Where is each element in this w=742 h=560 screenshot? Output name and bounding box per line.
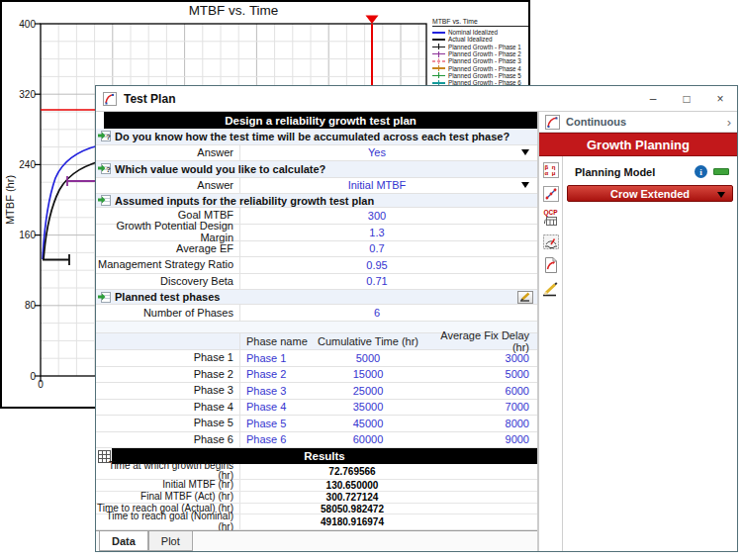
test-plan-datasheet: Design a reliability growth test plan ? … (96, 112, 537, 551)
fix-delay-cell[interactable]: 9000 (428, 433, 537, 445)
fix-delay-cell[interactable]: 5000 (428, 368, 537, 380)
input-value[interactable]: 0.95 (240, 259, 513, 271)
cumulative-time-cell[interactable]: 35000 (308, 401, 428, 413)
window-controls: – □ × (636, 86, 737, 111)
y-tick-label: 320 (2, 89, 36, 100)
sheet-tab[interactable]: Data (99, 531, 148, 551)
plot-icon (543, 186, 559, 202)
answer-value[interactable]: Initial MTBF (240, 179, 513, 191)
phase-row-label: Phase 6 (96, 432, 240, 448)
fix-delay-cell[interactable]: 6000 (428, 385, 537, 397)
dropdown-caret-icon (717, 192, 725, 198)
result-label: Final MTBF (Act) (hr) (96, 492, 240, 503)
legend-entry: Planned Growth - Phase 5 (432, 72, 528, 79)
answer-value[interactable]: Yes (240, 146, 513, 158)
result-row: Time at which growth begins (hr) 72.7695… (96, 464, 537, 480)
cumulative-time-cell[interactable]: 45000 (308, 418, 428, 429)
sheet-tab[interactable]: Plot (148, 531, 193, 551)
number-of-phases-label: Number of Phases (96, 305, 240, 321)
qcp-calculator-icon (544, 217, 557, 226)
answer-label: Answer (96, 145, 240, 161)
gauge-icon (543, 234, 559, 249)
edit-phases-button[interactable] (517, 291, 533, 304)
gauge-button[interactable] (541, 233, 560, 250)
section-header-row: Assumed inputs for the reliability growt… (96, 194, 537, 208)
question-icon: ? (98, 131, 111, 141)
input-label: Average EF (96, 241, 240, 257)
beta-eta-parameters-icon: β η α μ (543, 162, 559, 178)
fix-delay-cell[interactable]: 7000 (428, 401, 537, 413)
window-control-button[interactable]: □ (670, 86, 703, 111)
fix-delay-cell[interactable]: 8000 (428, 418, 537, 429)
phase-name-cell[interactable]: Phase 1 (240, 352, 308, 364)
y-tick-label: 400 (2, 19, 36, 30)
phase-name-cell[interactable]: Phase 4 (240, 401, 308, 413)
cumulative-time-cell[interactable]: 25000 (308, 385, 428, 397)
phase-name-cell[interactable]: Phase 6 (240, 433, 308, 445)
legend-entry: Planned Growth - Phase 3 (432, 57, 528, 64)
design-header-text: Design a reliability growth test plan (104, 112, 537, 129)
phase-name-cell[interactable]: Phase 5 (240, 418, 308, 429)
input-row: Growth Potential Design Margin 1.3 (96, 225, 537, 241)
y-tick-label: 160 (2, 230, 36, 240)
x-axis-first-tick: 0 (34, 379, 47, 390)
answer-dropdown[interactable] (513, 149, 537, 155)
legend-entry: Planned Growth - Phase 2 (432, 50, 528, 57)
cumulative-time-cell[interactable]: 60000 (308, 433, 428, 445)
answer-dropdown[interactable] (513, 182, 537, 188)
input-value[interactable]: 0.71 (240, 275, 513, 287)
design-header-bar: Design a reliability growth test plan (96, 112, 537, 129)
section-icon (98, 292, 111, 303)
dropdown-caret-icon (521, 149, 529, 155)
number-of-phases-value[interactable]: 6 (240, 307, 513, 319)
result-row: Final MTBF (Act) (hr) 300.727124 (96, 492, 537, 504)
chevron-right-icon: › (727, 115, 731, 130)
phase-row-label: Phase 5 (96, 416, 240, 431)
input-label: Growth Potential Design Margin (96, 225, 240, 240)
dropdown-caret-icon (521, 182, 529, 188)
result-value: 49180.916974 (240, 516, 464, 527)
planning-model-label: Planning Model (575, 166, 655, 178)
cumulative-time-cell[interactable]: 5000 (308, 352, 428, 364)
phase-row-label: Phase 3 (96, 383, 240, 399)
phase-name-cell[interactable]: Phase 2 (240, 368, 308, 380)
phase-name-column-header: Phase name (240, 335, 308, 347)
plot-button[interactable] (541, 185, 560, 203)
report-button[interactable] (541, 256, 560, 274)
parameters-button[interactable]: β η α μ (541, 161, 560, 179)
growth-planning-banner: Growth Planning (539, 133, 737, 156)
fix-delay-cell[interactable]: 3000 (428, 352, 537, 364)
section-icon (98, 195, 111, 206)
planning-model-value: Crow Extended (610, 188, 690, 200)
info-icon[interactable]: i (695, 165, 707, 178)
input-row: Discovery Beta 0.71 (96, 274, 537, 291)
folio-type-header[interactable]: Continuous › (539, 112, 737, 133)
window-control-button[interactable]: – (636, 86, 670, 111)
phase-table-header-row: Phase name Cumulative Time (hr) Average … (96, 333, 537, 351)
phase-row: Phase 6 Phase 6 60000 9000 (96, 432, 537, 449)
y-tick-label: 0 (2, 371, 36, 382)
tool-rail: β η α μ QCP (539, 156, 562, 551)
planning-model-dropdown[interactable]: Crow Extended (567, 185, 733, 202)
continuous-folio-icon (545, 115, 560, 130)
result-value: 72.769566 (240, 466, 464, 477)
phase-row: Phase 1 Phase 1 5000 3000 (96, 350, 537, 367)
result-label: Initial MTBF (hr) (96, 480, 240, 491)
question-row: ? Do you know how the test time will be … (96, 129, 537, 145)
qcp-button[interactable]: QCP (541, 209, 560, 227)
window-control-button[interactable]: × (703, 86, 737, 111)
publish-status-indicator[interactable] (713, 168, 729, 175)
input-value[interactable]: 0.7 (240, 242, 513, 254)
phase-name-cell[interactable]: Phase 3 (240, 385, 308, 397)
input-row: Management Strategy Ratio 0.95 (96, 257, 537, 274)
annotate-button[interactable] (541, 280, 560, 298)
cumulative-time-column-header: Cumulative Time (hr) (308, 335, 428, 347)
window-title: Test Plan (124, 92, 175, 106)
question-text: Do you know how the test time will be ac… (115, 131, 510, 142)
input-value[interactable]: 300 (240, 210, 513, 222)
title-bar[interactable]: Test Plan – □ × (96, 86, 737, 112)
svg-text:?: ? (106, 165, 111, 174)
question-text: Which value would you like to calculate? (115, 163, 325, 175)
input-value[interactable]: 1.3 (240, 227, 513, 238)
cumulative-time-cell[interactable]: 15000 (308, 368, 428, 380)
